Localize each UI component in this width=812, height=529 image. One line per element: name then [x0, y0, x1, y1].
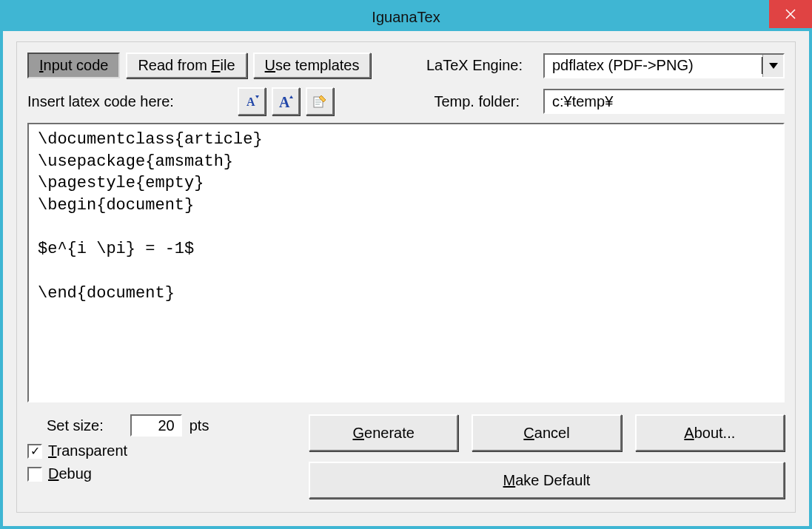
format-icon — [311, 92, 329, 110]
set-size-label: Set size: — [47, 417, 104, 434]
bottom-area: Set size: pts ✓ Transparent Debug — [27, 414, 785, 499]
temp-folder-input[interactable] — [543, 89, 785, 114]
about-button[interactable]: About... — [635, 414, 785, 451]
close-button[interactable] — [769, 0, 812, 28]
format-button[interactable] — [306, 87, 334, 115]
cancel-button[interactable]: Cancel — [472, 414, 621, 451]
transparent-label: ransparent — [56, 442, 127, 459]
engine-combo[interactable]: pdflatex (PDF->PNG) — [543, 53, 785, 78]
tab-read-file[interactable]: Read from File — [126, 53, 246, 78]
main-panel: Input code Read from File Use templates … — [16, 41, 796, 513]
titlebar: IguanaTex — [3, 3, 809, 31]
code-textarea[interactable] — [27, 123, 785, 402]
transparent-checkbox[interactable]: ✓ — [27, 444, 42, 459]
pts-label: pts — [189, 417, 209, 434]
button-row: Generate Cancel About... — [309, 414, 785, 451]
tab-input-code-label: nput code — [44, 57, 109, 73]
second-row: Insert latex code here: A A — [27, 87, 785, 115]
window-frame: IguanaTex Input code Read from File Use … — [0, 0, 812, 529]
window-title: IguanaTex — [3, 9, 809, 26]
font-decrease-button[interactable]: A — [238, 87, 266, 115]
engine-value: pdflatex (PDF->PNG) — [545, 57, 762, 74]
size-row: Set size: pts — [27, 414, 279, 437]
temp-folder-label: Temp. folder: — [434, 93, 520, 110]
client-area: Input code Read from File Use templates … — [3, 31, 809, 526]
size-input[interactable] — [130, 414, 182, 437]
font-increase-icon: A — [277, 92, 295, 110]
transparent-row[interactable]: ✓ Transparent — [27, 442, 279, 459]
svg-text:A: A — [246, 95, 255, 108]
debug-row[interactable]: Debug — [27, 465, 279, 482]
close-icon — [785, 9, 796, 19]
generate-button[interactable]: Generate — [309, 414, 458, 451]
bottom-right: Generate Cancel About... Make Default — [309, 414, 785, 499]
bottom-left: Set size: pts ✓ Transparent Debug — [27, 414, 279, 482]
insert-code-label: Insert latex code here: — [27, 93, 174, 110]
make-default-row: Make Default — [309, 462, 785, 499]
svg-text:A: A — [279, 94, 290, 110]
chevron-down-icon[interactable] — [762, 55, 783, 77]
tab-input-code[interactable]: Input code — [27, 53, 120, 78]
tab-use-templates[interactable]: Use templates — [253, 53, 372, 78]
top-row: Input code Read from File Use templates … — [27, 53, 785, 78]
debug-checkbox[interactable] — [27, 467, 42, 482]
debug-label: ebug — [58, 465, 92, 482]
engine-label: LaTeX Engine: — [426, 57, 523, 74]
font-increase-button[interactable]: A — [272, 87, 300, 115]
make-default-button[interactable]: Make Default — [309, 462, 785, 499]
font-decrease-icon: A — [243, 92, 261, 110]
